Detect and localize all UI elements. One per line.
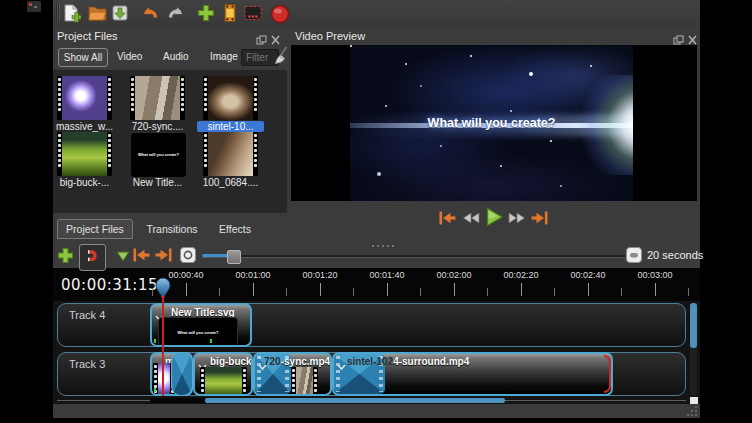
fullscreen-icon[interactable] [243, 3, 263, 23]
file-label[interactable]: New Title... [124, 177, 191, 188]
add-marker-button[interactable] [115, 249, 131, 267]
toolbar-drag-handle[interactable] [56, 3, 60, 23]
rewind-button[interactable] [462, 210, 481, 230]
vertical-scrollbar[interactable] [690, 303, 697, 396]
ruler-time-label: 00:02:00 [436, 270, 471, 280]
timeline-ruler[interactable]: 00:00:31:15 00:00:4000:01:0000:01:2000:0… [53, 268, 700, 301]
jump-start-button[interactable] [438, 210, 457, 230]
file-label[interactable]: massive_w... [51, 121, 118, 132]
ruler-time-label: 00:00:40 [168, 270, 203, 280]
redo-icon[interactable] [167, 3, 187, 23]
thumbnail-image [296, 367, 313, 396]
filmstrip-sprockets [291, 367, 296, 396]
project-file-item[interactable]: What will you create?New Title... [130, 132, 185, 188]
clip--sync-mp4[interactable]: 720-sync.mp4 [253, 352, 332, 396]
ruler-minor-tick [621, 288, 622, 296]
dock-splitter-handle[interactable] [372, 236, 397, 254]
clip-trim-edge[interactable] [604, 355, 611, 393]
tab-effects[interactable]: Effects [211, 219, 259, 239]
zoom-out-icon[interactable] [180, 247, 196, 267]
filter-button-video[interactable]: Video [117, 51, 142, 62]
file-thumbnail-grass [57, 132, 112, 176]
project-file-item[interactable]: sintel-10... [203, 76, 258, 132]
project-file-item[interactable]: 100_0684.... [203, 132, 258, 188]
thumbnail-image [135, 76, 180, 120]
ruler-major-tick [186, 283, 187, 296]
keyframe-mark [154, 339, 156, 343]
filter-button-audio[interactable]: Audio [163, 51, 189, 62]
file-label[interactable]: 720-sync.... [124, 121, 191, 132]
open-project-icon[interactable] [87, 3, 107, 23]
ruler-time-label: 00:03:00 [637, 270, 672, 280]
video-frame: What will you create? [350, 45, 633, 201]
ruler-time-label: 00:01:20 [302, 270, 337, 280]
window-resize-grip[interactable] [684, 405, 698, 417]
ruler-time-label: 00:01:40 [369, 270, 404, 280]
filmstrip-sprockets [313, 367, 318, 396]
track-name: Track 4 [69, 309, 105, 321]
filmstrip-sprockets [130, 76, 135, 120]
project-files-float-icon[interactable] [256, 31, 267, 41]
clip-4-surround-mp4[interactable]: sintel-1024-surround.mp4 [332, 352, 613, 396]
project-files-close-icon[interactable] [270, 31, 281, 41]
video-preview-close-icon[interactable] [687, 31, 698, 41]
clip-big-buck-[interactable]: big-buck- [193, 352, 253, 396]
transition-clip[interactable] [171, 352, 193, 396]
undo-icon[interactable] [139, 3, 159, 23]
horizontal-scrollbar-thumb[interactable] [205, 398, 505, 403]
filmstrip-sprockets [253, 76, 258, 120]
playhead-marker[interactable] [154, 277, 172, 300]
ruler-time-label: 00:02:40 [570, 270, 605, 280]
clear-filter-broom-icon[interactable] [273, 46, 289, 69]
next-marker-button[interactable] [154, 247, 173, 267]
filmstrip-sprockets [180, 76, 185, 120]
file-label[interactable]: 100_0684.... [197, 177, 264, 188]
import-files-icon[interactable] [196, 3, 216, 23]
add-track-button[interactable] [56, 246, 75, 269]
filter-button-show-all[interactable]: Show All [58, 48, 108, 67]
snapping-button[interactable] [79, 244, 106, 271]
file-thumbnail-bedroom [203, 132, 258, 176]
video-preview-float-icon[interactable] [673, 31, 684, 41]
play-button[interactable] [483, 206, 505, 232]
main-toolbar [53, 0, 700, 26]
tab-transitions[interactable]: Transitions [137, 219, 207, 239]
file-label-selected[interactable]: sintel-10... [197, 121, 264, 132]
video-preview-area[interactable]: What will you create? [291, 45, 697, 201]
project-file-item[interactable]: 720-sync.... [130, 76, 185, 132]
title-thumb-caption: What will you create? [131, 153, 186, 157]
save-project-icon[interactable] [110, 3, 130, 23]
clip-menu-chevron-icon[interactable] [337, 357, 346, 375]
project-files-title: Project Files [57, 30, 118, 42]
choose-profile-icon[interactable] [220, 3, 240, 23]
vertical-scrollbar-thumb[interactable] [690, 303, 697, 348]
status-bar [53, 404, 700, 418]
keyframe-mark [154, 388, 156, 392]
filmstrip-sprockets [242, 367, 247, 396]
filter-button-image[interactable]: Image [210, 51, 238, 62]
clip-thumbnail-building [291, 367, 318, 396]
zoom-duration-icon[interactable] [626, 247, 642, 267]
timecode-display: 00:00:31:15 [61, 276, 158, 294]
new-project-icon[interactable] [61, 3, 81, 23]
thumbnail-image [208, 132, 253, 176]
tab-project-files[interactable]: Project Files [57, 219, 133, 239]
clip-label: big-buck- [210, 356, 253, 367]
clip-new-title-svg[interactable]: New Title.svgWhat will you create? [150, 303, 252, 347]
project-file-item[interactable]: massive_w... [57, 76, 112, 132]
file-thumbnail-pottery [203, 76, 258, 120]
zoom-slider-handle[interactable] [227, 250, 241, 264]
clip-thumbnail-grass [200, 367, 247, 396]
export-video-icon[interactable] [269, 3, 289, 23]
desktop-icon-fragment [27, 1, 41, 12]
previous-marker-button[interactable] [132, 247, 151, 267]
keyframe-mark [210, 339, 212, 343]
file-label[interactable]: big-buck-... [51, 177, 118, 188]
ruler-major-tick [387, 283, 388, 296]
jump-end-button[interactable] [530, 210, 549, 230]
filmstrip-sprockets [200, 367, 205, 396]
project-file-item[interactable]: big-buck-... [57, 132, 112, 188]
zoom-slider-track[interactable] [202, 255, 625, 258]
ruler-major-tick [521, 283, 522, 296]
fast-forward-button[interactable] [507, 210, 526, 230]
